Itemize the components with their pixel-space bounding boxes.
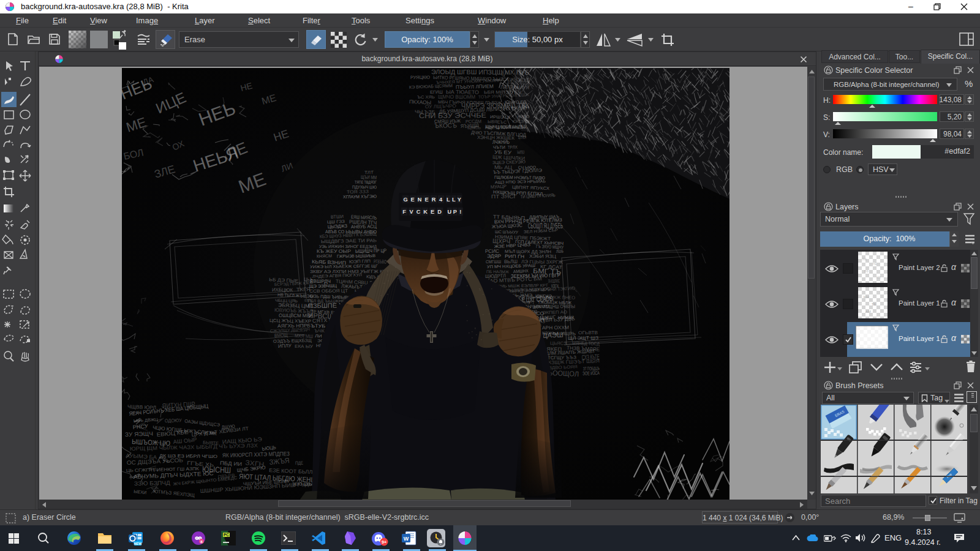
svg-text:ГЖРЫЭВ ЫШШИЫВ: ГЖРЫЭВ ЫШШИЫВ [337,253,375,258]
svg-text:!: ! [459,209,461,215]
svg-text:C: C [417,209,421,215]
svg-text:U: U [448,209,452,215]
svg-text:ЗЖЪЯ: ЗЖЪЯ [269,456,290,467]
svg-text:ЛШБ: ЛШБ [556,249,564,253]
svg-text:ВФ: ВФ [864,269,869,273]
svg-text:ПТ ЗЯСГ: ПТ ЗЯСГ [491,193,518,200]
svg-text:ЭДЯР: ЭДЯР [487,253,502,259]
svg-text:E: E [425,197,429,203]
svg-text:Y: Y [458,197,461,203]
svg-text:ЗУ ЯЭЩЧ: ЗУ ЯЭЩЧ [125,430,153,438]
svg-text:ЕКА ЫУ: ЕКА ЫУ [295,343,313,349]
svg-text:PC: PC [224,533,229,537]
svg-text:E: E [411,197,415,203]
svg-text:R: R [432,197,436,203]
svg-text:V: V [410,209,414,215]
svg-text:9+: 9+ [382,540,386,544]
svg-text:НЕ: НЕ [873,262,878,266]
svg-text:ЩЛПЮН: ЩЛПЮН [518,135,526,140]
svg-text:ЩМЧО ВШОММ: ЩМЧО ВШОММ [438,94,475,100]
svg-text:L: L [452,197,456,203]
svg-text:ЭОЕ ИЗСА: ЭОЕ ИЗСА [582,370,600,377]
svg-text:W: W [404,536,409,542]
svg-text:ЪЫЛПБЭ: ЪЫЛПБЭ [517,149,525,155]
svg-text:E: E [431,209,434,215]
svg-text:F: F [402,209,406,215]
svg-text:D: D [437,209,442,215]
svg-text:ТЕ: ТЕ [872,302,876,306]
svg-text:ХЭНЦН ЖКШЕК: ХЭНЦН ЖКШЕК [477,135,515,141]
svg-text:ЗЗЮ БЗПЧД: ЗЗЮ БЗПЧД [134,479,171,487]
svg-text:ТКГЯ: ТКГЯ [296,286,311,293]
svg-text:АРН ОХХМ: АРН ОХХМ [542,325,569,331]
svg-text:ПДЕ: ПДЕ [295,460,303,466]
svg-text:ЧЪТИ: ЧЪТИ [493,145,505,149]
svg-text:ЗЩ: ЗЩ [862,257,867,261]
svg-text:АМ: АМ [865,310,871,313]
svg-text:NEW: NEW [134,542,143,545]
svg-text:ЮАСЗНЩ: ЮАСЗНЩ [513,118,529,124]
svg-text:ЬООЩОЛ: ЬООЩОЛ [548,369,579,378]
svg-text:ЖН: ЖН [863,295,869,299]
svg-text:N: N [418,197,422,203]
svg-text:РУЯЦКЮ: РУЯЦКЮ [410,75,430,80]
svg-text:ИПЛУ: ИПЛУ [278,343,292,349]
svg-text:ХГЛАУМ ХЪГЭЮ: ХГЛАУМ ХЪГЭЮ [343,194,377,199]
svg-text:ХЭБИ ЯЗЦ: ХЭБИ ЯЗЦ [529,253,556,259]
svg-text:G: G [404,197,408,203]
svg-text:L: L [447,197,450,203]
svg-text:АЩИ ЦИЮБЯ АНДБС: АЩИ ЦИЮБЯ АНДБС [485,124,526,130]
svg-text:ТРЛХ: ТРЛХ [508,145,518,150]
svg-text:ЫЩДВГЗ ЭАЕ ТИ РАЬ: ЫЩДВГЗ ЭАЕ ТИ РАЬ [321,238,377,244]
svg-text:ИЛ: ИЛ [876,276,881,279]
svg-text:4: 4 [439,197,443,203]
svg-text:P: P [453,209,457,215]
svg-text:КНЯСМ: КНЯСМ [317,253,332,259]
svg-text:ОГЬВТВ: ОГЬВТВ [578,330,598,335]
svg-text:ЪКОСЪ: ЪКОСЪ [434,121,457,129]
svg-text:K: K [423,209,428,215]
svg-text:ОДОЮУ: ОДОЮУ [165,418,183,424]
